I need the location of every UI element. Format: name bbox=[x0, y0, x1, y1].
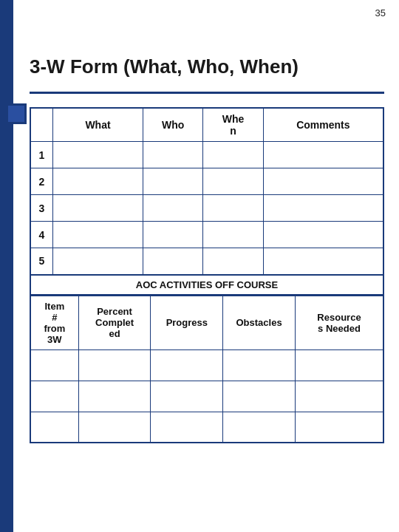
title-divider bbox=[30, 92, 384, 94]
row-num-4: 4 bbox=[30, 222, 53, 248]
row-num-1: 1 bbox=[30, 142, 53, 168]
aoc-col-item: Item#from3W bbox=[30, 296, 78, 349]
aoc-table-row bbox=[30, 349, 383, 381]
row-1-who bbox=[143, 142, 203, 168]
aoc-row-1-percent bbox=[78, 349, 151, 381]
row-3-what bbox=[53, 195, 143, 222]
col-header-when: When bbox=[203, 108, 263, 142]
aoc-row-1-item bbox=[30, 349, 78, 381]
aoc-row-3-percent bbox=[78, 412, 151, 443]
aoc-row-3-resources bbox=[295, 412, 383, 443]
row-4-when bbox=[203, 222, 263, 248]
row-num-5: 5 bbox=[30, 248, 53, 275]
row-3-who bbox=[143, 195, 203, 222]
aoc-row-2-item bbox=[30, 381, 78, 412]
aoc-col-resources: Resources Needed bbox=[295, 296, 383, 349]
aoc-table-row bbox=[30, 381, 383, 412]
page-title: 3-W Form (What, Who, When) bbox=[30, 55, 384, 78]
row-3-when bbox=[203, 195, 263, 222]
row-5-comments bbox=[263, 248, 383, 275]
row-5-what bbox=[53, 248, 143, 275]
row-num-3: 3 bbox=[30, 195, 53, 222]
aoc-row-3-obstacles bbox=[223, 412, 296, 443]
row-4-who bbox=[143, 222, 203, 248]
main-content: 3-W Form (What, Who, When) What Who When… bbox=[30, 15, 384, 517]
row-5-when bbox=[203, 248, 263, 275]
row-num-2: 2 bbox=[30, 168, 53, 195]
row-1-when bbox=[203, 142, 263, 168]
table-row: 5 bbox=[30, 248, 383, 275]
col-header-comments: Comments bbox=[263, 108, 383, 142]
aoc-row-1-obstacles bbox=[223, 349, 296, 381]
row-2-when bbox=[203, 168, 263, 195]
table-row: 2 bbox=[30, 168, 383, 195]
aoc-row-2-percent bbox=[78, 381, 151, 412]
aoc-table: Item#from3W PercentCompleted Progress Ob… bbox=[30, 296, 384, 444]
row-2-what bbox=[53, 168, 143, 195]
aoc-section-label: AOC ACTIVITIES OFF COURSE bbox=[30, 276, 384, 296]
col-header-what: What bbox=[53, 108, 143, 142]
table-row: 3 bbox=[30, 195, 383, 222]
row-4-comments bbox=[263, 222, 383, 248]
aoc-row-2-obstacles bbox=[223, 381, 296, 412]
aoc-col-obstacles: Obstacles bbox=[223, 296, 296, 349]
aoc-table-row bbox=[30, 412, 383, 443]
table-row: 1 bbox=[30, 142, 383, 168]
aoc-row-3-progress bbox=[151, 412, 223, 443]
row-5-who bbox=[143, 248, 203, 275]
aoc-row-2-progress bbox=[151, 381, 223, 412]
table-row: 4 bbox=[30, 222, 383, 248]
aoc-row-1-resources bbox=[295, 349, 383, 381]
aoc-row-2-resources bbox=[295, 381, 383, 412]
aoc-col-percent: PercentCompleted bbox=[78, 296, 151, 349]
aoc-row-1-progress bbox=[151, 349, 223, 381]
left-accent-bar bbox=[0, 0, 13, 532]
aoc-col-progress: Progress bbox=[151, 296, 223, 349]
col-header-empty bbox=[30, 108, 53, 142]
col-header-who: Who bbox=[143, 108, 203, 142]
row-3-comments bbox=[263, 195, 383, 222]
row-1-what bbox=[53, 142, 143, 168]
aoc-row-3-item bbox=[30, 412, 78, 443]
row-2-comments bbox=[263, 168, 383, 195]
row-1-comments bbox=[263, 142, 383, 168]
blue-square-accent bbox=[6, 103, 27, 124]
row-2-who bbox=[143, 168, 203, 195]
row-4-what bbox=[53, 222, 143, 248]
three-w-table: What Who When Comments 1 2 3 bbox=[30, 107, 384, 276]
